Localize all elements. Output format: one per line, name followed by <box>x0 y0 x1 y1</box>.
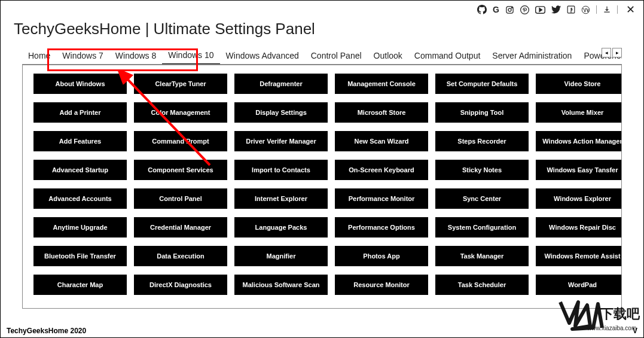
tab-windows-10[interactable]: Windows 10 <box>162 47 219 65</box>
wordpress-icon[interactable] <box>581 5 590 14</box>
tab-windows-7[interactable]: Windows 7 <box>56 47 109 64</box>
tile-sticky-notes[interactable]: Sticky Notes <box>435 160 529 180</box>
tab-windows-8[interactable]: Windows 8 <box>109 47 162 64</box>
tile-malicious-software-scan[interactable]: Malicious Software Scan <box>234 275 328 295</box>
tile-control-panel[interactable]: Control Panel <box>134 188 227 209</box>
footer-left: TechyGeeksHome 2020 <box>7 327 86 335</box>
tile-sync-center[interactable]: Sync Center <box>435 188 529 209</box>
tile-set-computer-defaults[interactable]: Set Computer Defaults <box>435 74 529 94</box>
svg-point-2 <box>511 7 512 8</box>
tile-character-map[interactable]: Character Map <box>33 275 127 295</box>
github-icon[interactable] <box>477 5 487 14</box>
tab-scroll-left[interactable]: ◂ <box>602 48 611 57</box>
tile-windows-action-manager[interactable]: Windows Action Manager <box>536 131 622 151</box>
tile-system-configuration[interactable]: System Configuration <box>435 217 529 237</box>
tile-anytime-upgrade[interactable]: Anytime Upgrade <box>33 217 127 237</box>
tile-directx-diagnostics[interactable]: DirectX Diagnostics <box>134 275 227 295</box>
tile-windows-remote-assist[interactable]: Windows Remote Assist <box>536 246 622 266</box>
app-title: TechyGeeksHome | Ultimate Settings Panel <box>1 16 643 47</box>
tab-control-panel[interactable]: Control Panel <box>305 47 368 64</box>
tile-windows-easy-tansfer[interactable]: Windows Easy Tansfer <box>536 160 622 180</box>
tile-windows-repair-disc[interactable]: Windows Repair Disc <box>536 217 622 237</box>
top-icon-bar: G ✕ <box>1 1 643 16</box>
tile-snipping-tool[interactable]: Snipping Tool <box>435 102 529 123</box>
pinterest-icon[interactable] <box>520 5 529 14</box>
tab-windows-advanced[interactable]: Windows Advanced <box>220 47 305 64</box>
tab-command-output[interactable]: Command Output <box>408 47 487 64</box>
tile-wordpad[interactable]: WordPad <box>536 275 622 295</box>
close-icon[interactable]: ✕ <box>624 3 637 16</box>
tab-strip: HomeWindows 7Windows 8Windows 10Windows … <box>22 47 622 65</box>
tile-command-prompt[interactable]: Command Prompt <box>134 131 227 151</box>
tile-add-features[interactable]: Add Features <box>33 131 127 151</box>
tile-windows-explorer[interactable]: Windows Explorer <box>536 188 622 209</box>
tile-performance-options[interactable]: Performance Options <box>335 217 428 237</box>
divider <box>596 5 597 14</box>
tile-advanced-startup[interactable]: Advanced Startup <box>33 160 127 180</box>
tile-credential-manager[interactable]: Credential Manager <box>134 217 227 237</box>
tile-add-a-printer[interactable]: Add a Printer <box>33 102 127 123</box>
facebook-icon[interactable] <box>567 5 575 14</box>
tile-management-console[interactable]: Management Console <box>335 74 428 94</box>
tile-performance-monitor[interactable]: Performance Monitor <box>335 188 428 209</box>
tile-language-packs[interactable]: Language Packs <box>234 217 328 237</box>
tile-driver-verifer-manager[interactable]: Driver Verifer Manager <box>234 131 328 151</box>
tile-grid: About WindowsClearType TunerDefragmenter… <box>33 74 611 295</box>
tab-scroll-buttons: ◂ ▸ <box>602 48 622 57</box>
tile-bluetooth-file-transfer[interactable]: Bluetooth File Transfer <box>33 246 127 266</box>
tile-volume-mixer[interactable]: Volume Mixer <box>536 102 622 123</box>
tile-display-settings[interactable]: Display Settings <box>234 102 328 123</box>
tile-magnifier[interactable]: Magnifier <box>234 246 328 266</box>
tile-resource-monitor[interactable]: Resource Monitor <box>335 275 428 295</box>
tab-scroll-right[interactable]: ▸ <box>612 48 622 57</box>
content-panel: About WindowsClearType TunerDefragmenter… <box>22 65 622 309</box>
tab-server-administration[interactable]: Server Administration <box>486 47 578 64</box>
tab-outlook[interactable]: Outlook <box>368 47 408 64</box>
tile-photos-app[interactable]: Photos App <box>335 246 428 266</box>
tile-video-store[interactable]: Video Store <box>536 74 622 94</box>
tile-new-scan-wizard[interactable]: New Scan Wizard <box>335 131 428 151</box>
svg-point-1 <box>508 8 511 11</box>
tile-cleartype-tuner[interactable]: ClearType Tuner <box>134 74 227 94</box>
tile-microsoft-store[interactable]: Microsoft Store <box>335 102 428 123</box>
tile-component-services[interactable]: Component Services <box>134 160 227 180</box>
tab-home[interactable]: Home <box>22 47 56 64</box>
tile-about-windows[interactable]: About Windows <box>33 74 127 94</box>
instagram-icon[interactable] <box>505 5 514 14</box>
tile-advanced-accounts[interactable]: Advanced Accounts <box>33 188 127 209</box>
footer: TechyGeeksHome 2020 V <box>7 327 637 335</box>
divider <box>617 5 618 14</box>
tile-task-scheduler[interactable]: Task Scheduler <box>435 275 529 295</box>
tile-data-execution[interactable]: Data Execution <box>134 246 227 266</box>
youtube-icon[interactable] <box>535 6 545 14</box>
tile-defragmenter[interactable]: Defragmenter <box>234 74 328 94</box>
download-icon[interactable] <box>603 5 611 14</box>
tile-task-manager[interactable]: Task Manager <box>435 246 529 266</box>
tile-color-management[interactable]: Color Management <box>134 102 227 123</box>
footer-right: V <box>633 327 637 335</box>
google-icon[interactable]: G <box>493 5 499 14</box>
tile-on-screen-keyboard[interactable]: On-Screen Keyboard <box>335 160 428 180</box>
tile-internet-explorer[interactable]: Internet Explorer <box>234 188 328 209</box>
tile-steps-recorder[interactable]: Steps Recorder <box>435 131 529 151</box>
tile-import-to-contacts[interactable]: Import to Contacts <box>234 160 328 180</box>
twitter-icon[interactable] <box>551 5 561 14</box>
